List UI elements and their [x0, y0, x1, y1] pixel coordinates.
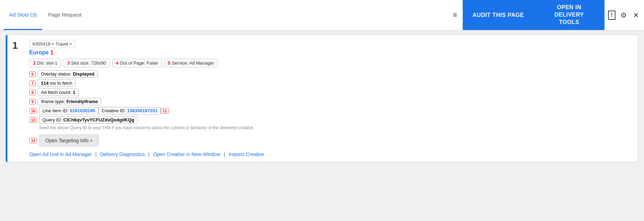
slot-name-num: 1 — [50, 49, 54, 55]
audit-button[interactable]: AUDIT THIS PAGE — [463, 0, 534, 30]
delivery-btn-line2: TOOLS — [559, 19, 579, 25]
gear-icon[interactable]: ⚙ — [619, 10, 628, 21]
creative-id-link[interactable]: 138356197251 — [127, 108, 158, 113]
badge-12: 12 — [29, 117, 37, 123]
overlay-text: Overlay status: Displayed — [41, 71, 95, 77]
tag-outofpage-label: Out of Page: False — [120, 60, 158, 66]
slot-number: 1 — [12, 40, 18, 51]
row-queryid: 12 Query ID: ClCh6qvTyvYCFUZdvQodgilKQg — [29, 116, 632, 124]
targeting-button[interactable]: Open Targeting Info + — [39, 135, 99, 147]
slot-name-text: Europe — [29, 49, 49, 55]
row-iframe: 9 Iframe type: FriendlyIframe — [29, 98, 632, 105]
slot-body: 6355419 > Travel > Europe 1 2 Div: slot-… — [29, 40, 632, 157]
ad-slot-card: 1 6355419 > Travel > Europe 1 2 Div: slo… — [6, 35, 638, 162]
overlay-box: Overlay status: Displayed — [38, 70, 98, 78]
footer-links: Open Ad Unit in Ad Manager | Delivery Di… — [29, 151, 632, 157]
fetch-count-box: Ad fetch count: 1 — [38, 89, 79, 96]
badge-11: 11 — [161, 108, 169, 114]
fetch-time-text: 114 ms to fetch — [41, 80, 72, 86]
breadcrumb-box: 6355419 > Travel > — [29, 40, 75, 48]
creativeid-box: Creative ID: 138356197251 — [98, 107, 161, 114]
badge-7: 7 — [29, 80, 36, 86]
tabs-area: Ad Slots (3) Page Request — [0, 0, 447, 30]
toolbar-icons: ! ⚙ ✕ — [604, 0, 644, 30]
breadcrumb-line: 6355419 > Travel > — [29, 40, 632, 48]
iframe-text: Iframe type: FriendlyIframe — [41, 99, 98, 104]
link-delivery-diagnostics[interactable]: Delivery Diagnostics — [100, 151, 145, 157]
tag-slotsize-num: 3 — [67, 60, 70, 66]
query-note-text: Send the above Query ID to your TAM if y… — [39, 125, 254, 130]
tags-row: 2 Div: slot-1 3 Slot size: 728x90 4 Out … — [29, 59, 632, 67]
link-inspect-creative[interactable]: Inspect Creative — [229, 151, 264, 157]
tab-pagerequest[interactable]: Page Request — [42, 0, 87, 30]
creativeid-text: Creative ID: 138356197251 — [102, 108, 158, 113]
iframe-box: Iframe type: FriendlyIframe — [38, 98, 101, 105]
tag-outofpage: 4 Out of Page: False — [112, 59, 162, 67]
tag-service: 5 Service: Ad Manager — [164, 59, 218, 67]
fetch-time-box: 114 ms to fetch — [38, 79, 75, 87]
tag-div-num: 2 — [33, 60, 36, 66]
fetch-count-text: Ad fetch count: 1 — [41, 90, 75, 95]
sep-2: | — [148, 151, 151, 157]
targeting-btn-label: Open Targeting Info + — [45, 138, 93, 143]
delivery-btn-line1: OPEN IN DELIVERY — [554, 4, 584, 18]
tab-pagerequest-label: Page Request — [48, 12, 81, 18]
lineitem-text: Line Item ID: 5181030195 — [42, 108, 95, 113]
queryid-text: Query ID: ClCh6qvTyvYCFUZdvQodgilKQg — [42, 117, 134, 123]
sep-3: | — [224, 151, 227, 157]
line-item-id-link[interactable]: 5181030195 — [70, 108, 95, 113]
hamburger-icon: ≡ — [453, 11, 457, 19]
tab-adslots-label: Ad Slots (3) — [9, 12, 37, 18]
targeting-row: 13 Open Targeting Info + — [29, 135, 632, 147]
tag-slotsize-label: Slot size: 728x90 — [71, 60, 106, 66]
tag-slotsize: 3 Slot size: 728x90 — [63, 59, 110, 67]
breadcrumb-text: 6355419 > Travel > — [32, 41, 72, 47]
badge-9: 9 — [29, 99, 36, 104]
tag-service-num: 5 — [168, 60, 170, 66]
badge-13: 13 — [29, 138, 37, 143]
sep-1: | — [95, 151, 98, 157]
tag-outofpage-num: 4 — [116, 60, 119, 66]
exclamation-icon[interactable]: ! — [608, 11, 615, 20]
link-open-ad-unit[interactable]: Open Ad Unit in Ad Manager — [29, 151, 92, 157]
audit-btn-label: AUDIT THIS PAGE — [473, 12, 524, 18]
row-lineitem: 10 Line Item ID: 5181030195 Creative ID:… — [29, 107, 632, 114]
hamburger-button[interactable]: ≡ — [447, 0, 463, 30]
delivery-button[interactable]: OPEN IN DELIVERY TOOLS — [534, 0, 604, 30]
tag-service-label: Service: Ad Manager — [172, 60, 214, 66]
queryid-box: Query ID: ClCh6qvTyvYCFUZdvQodgilKQg — [39, 116, 138, 124]
badge-10: 10 — [29, 108, 37, 114]
row-fetch-count: 8 Ad fetch count: 1 — [29, 89, 632, 96]
row-fetch-time: 7 114 ms to fetch — [29, 79, 632, 87]
tag-div: 2 Div: slot-1 — [29, 59, 61, 67]
link-open-creative[interactable]: Open Creative in New Window — [153, 151, 220, 157]
tab-adslots[interactable]: Ad Slots (3) — [4, 0, 42, 30]
badge-6: 6 — [29, 71, 36, 77]
badge-8: 8 — [29, 90, 36, 95]
lineitem-box: Line Item ID: 5181030195 — [39, 107, 98, 114]
toolbar: Ad Slots (3) Page Request ≡ AUDIT THIS P… — [0, 0, 644, 30]
main-content: 1 6355419 > Travel > Europe 1 2 Div: slo… — [0, 30, 644, 167]
row-overlay: 6 Overlay status: Displayed — [29, 70, 632, 78]
tag-div-label: Div: slot-1 — [37, 60, 57, 66]
close-icon[interactable]: ✕ — [632, 10, 640, 21]
query-note: Send the above Query ID to your TAM if y… — [39, 125, 632, 130]
slot-name: Europe 1 — [29, 49, 632, 56]
